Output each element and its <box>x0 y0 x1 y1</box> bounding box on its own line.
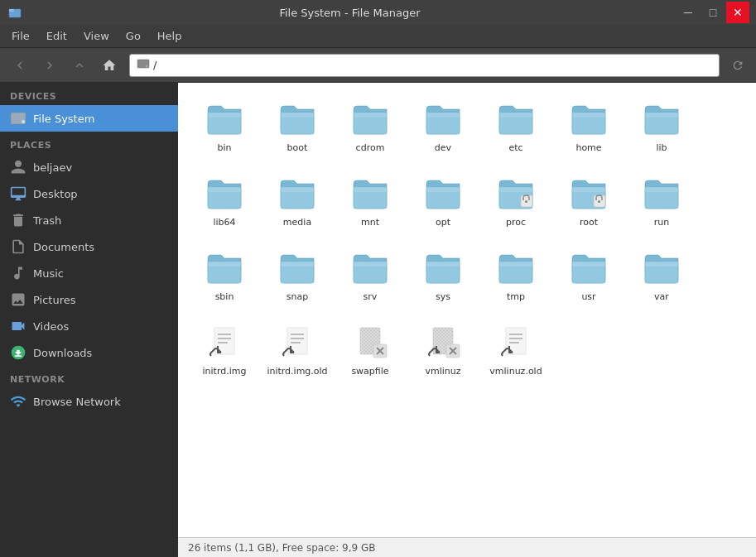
sidebar-item-desktop[interactable]: Desktop <box>0 180 178 207</box>
file-item[interactable]: dev <box>407 93 479 167</box>
sidebar-item-documents[interactable]: Documents <box>0 233 178 260</box>
file-item[interactable]: sys <box>407 242 479 316</box>
sidebar-label-browse-network: Browse Network <box>33 396 168 408</box>
sidebar-item-videos[interactable]: Videos <box>0 313 178 339</box>
file-item[interactable]: sbin <box>188 242 261 316</box>
folder-icon <box>277 174 317 214</box>
back-button[interactable] <box>7 52 33 79</box>
forward-button[interactable] <box>36 52 63 79</box>
file-icon <box>496 323 536 363</box>
sidebar-label-trash: Trash <box>33 214 168 227</box>
folder-icon <box>277 99 317 139</box>
menubar: File Edit View Go Help <box>0 25 756 48</box>
file-name-label: cdrom <box>356 142 385 153</box>
folder-icon <box>642 99 681 139</box>
file-name-label: bin <box>217 142 231 153</box>
sidebar-item-filesystem[interactable]: File System <box>0 105 178 132</box>
documents-icon <box>10 238 26 255</box>
file-item[interactable]: media <box>261 167 334 242</box>
main-layout: DEVICES File System PLACES beljaev Deskt… <box>0 83 756 557</box>
file-name-label: tmp <box>507 291 525 302</box>
svg-point-33 <box>525 200 527 203</box>
folder-icon <box>423 248 463 288</box>
file-item[interactable]: proc <box>479 167 552 242</box>
minimize-button[interactable]: ─ <box>677 2 700 23</box>
file-name-label: vmlinuz <box>425 366 460 377</box>
file-name-label: initrd.img <box>203 366 247 377</box>
folder-icon <box>496 248 536 288</box>
file-name-label: home <box>575 142 601 153</box>
user-icon <box>10 159 26 175</box>
file-item[interactable]: vmlinuz.old <box>479 316 552 391</box>
sidebar-item-downloads[interactable]: Downloads <box>0 339 178 366</box>
sidebar-label-beljaev: beljaev <box>33 161 168 174</box>
address-text: / <box>153 59 156 71</box>
file-item[interactable]: vmlinuz <box>407 316 479 391</box>
svg-rect-9 <box>208 113 241 118</box>
menu-edit[interactable]: Edit <box>38 26 75 46</box>
file-name-label: run <box>654 217 669 228</box>
sidebar-label-downloads: Downloads <box>33 347 168 359</box>
svg-rect-41 <box>208 262 241 266</box>
folder-icon <box>496 99 536 139</box>
sidebar-item-pictures[interactable]: Pictures <box>0 286 178 313</box>
file-item[interactable]: usr <box>552 242 625 316</box>
sidebar-item-browse-network[interactable]: Browse Network <box>0 388 178 415</box>
file-item[interactable]: tmp <box>479 242 552 316</box>
file-item[interactable]: cdrom <box>334 93 407 167</box>
file-item[interactable]: boot <box>261 93 334 167</box>
file-item[interactable]: snap <box>261 242 334 316</box>
close-button[interactable]: ✕ <box>726 2 749 23</box>
statusbar: 26 items (1,1 GB), Free space: 9,9 GB <box>178 537 756 557</box>
file-item[interactable]: initrd.img <box>188 316 261 391</box>
address-bar[interactable]: / <box>129 54 720 77</box>
svg-rect-17 <box>499 113 532 118</box>
file-item[interactable]: srv <box>334 242 407 316</box>
folder-icon <box>350 174 390 214</box>
reload-button[interactable] <box>726 54 749 77</box>
file-item[interactable]: swapfile <box>334 316 407 391</box>
up-button[interactable] <box>66 52 93 79</box>
file-item[interactable]: run <box>625 167 698 242</box>
file-item[interactable]: mnt <box>334 167 407 242</box>
folder-icon <box>642 174 681 214</box>
file-icon <box>350 323 390 363</box>
file-item[interactable]: root <box>552 167 625 242</box>
folder-icon <box>642 248 681 288</box>
titlebar: File System - File Manager ─ □ ✕ <box>0 0 756 25</box>
svg-rect-47 <box>426 262 460 266</box>
file-item[interactable]: bin <box>188 93 261 167</box>
svg-rect-49 <box>499 262 532 266</box>
file-item[interactable]: opt <box>407 167 479 242</box>
home-button[interactable] <box>96 52 123 79</box>
sidebar-item-beljaev[interactable]: beljaev <box>0 154 178 180</box>
sidebar-item-music[interactable]: Music <box>0 260 178 286</box>
file-item[interactable]: var <box>625 242 698 316</box>
network-icon <box>10 393 26 410</box>
folder-icon <box>569 248 609 288</box>
folder-icon <box>423 99 463 139</box>
file-item[interactable]: lib <box>625 93 698 167</box>
drive-icon <box>137 57 150 73</box>
menu-view[interactable]: View <box>75 26 118 46</box>
file-item[interactable]: home <box>552 93 625 167</box>
file-name-label: srv <box>364 291 378 302</box>
maximize-button[interactable]: □ <box>701 2 725 23</box>
menu-go[interactable]: Go <box>118 26 149 46</box>
sidebar-item-trash[interactable]: Trash <box>0 207 178 233</box>
file-item[interactable]: lib64 <box>188 167 261 242</box>
menu-help[interactable]: Help <box>149 26 190 46</box>
filesystem-icon <box>10 110 26 127</box>
file-icon <box>277 323 317 363</box>
svg-point-3 <box>146 65 148 68</box>
file-name-label: sys <box>436 291 450 302</box>
svg-rect-53 <box>645 262 678 266</box>
file-name-label: lib64 <box>213 217 235 228</box>
svg-rect-43 <box>281 262 314 266</box>
music-icon <box>10 265 26 281</box>
file-item[interactable]: initrd.img.old <box>261 316 334 391</box>
file-item[interactable]: etc <box>479 93 552 167</box>
file-name-label: usr <box>581 291 595 302</box>
file-name-label: var <box>654 291 669 302</box>
menu-file[interactable]: File <box>3 26 38 46</box>
